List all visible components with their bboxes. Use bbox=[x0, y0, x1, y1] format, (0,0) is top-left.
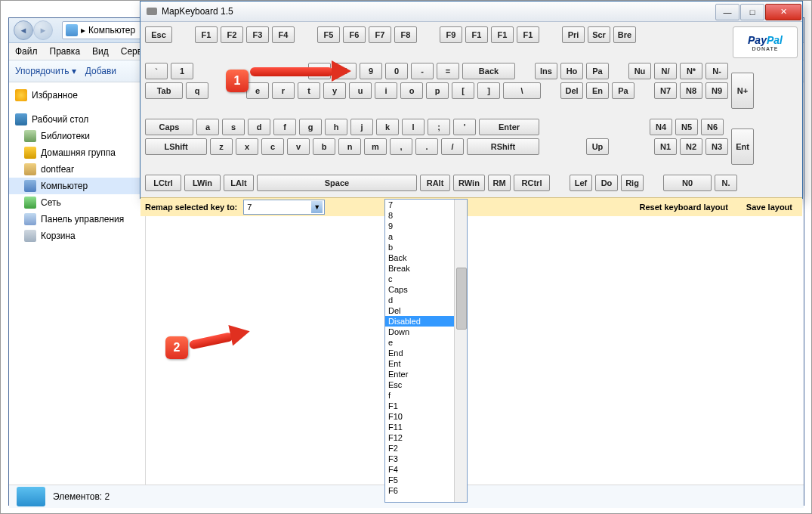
close-button[interactable]: ✕ bbox=[765, 4, 801, 20]
key-lwin[interactable]: LWin bbox=[184, 175, 221, 191]
key-period[interactable]: . bbox=[415, 138, 438, 155]
key-z[interactable]: z bbox=[210, 138, 233, 155]
key-r[interactable]: r bbox=[272, 82, 295, 99]
nav-forward-button[interactable]: ► bbox=[33, 20, 53, 40]
key-n7[interactable]: N7 bbox=[654, 82, 677, 99]
key-numsub[interactable]: N- bbox=[705, 63, 728, 79]
key-u[interactable]: u bbox=[349, 82, 372, 99]
key-n6[interactable]: N6 bbox=[701, 119, 724, 135]
key-d[interactable]: d bbox=[248, 119, 270, 135]
key-k[interactable]: k bbox=[376, 119, 399, 135]
key-scroll[interactable]: Scr bbox=[588, 26, 610, 43]
key-end[interactable]: En bbox=[586, 82, 609, 99]
key-right[interactable]: Rig bbox=[621, 175, 644, 191]
key-f11[interactable]: F1 bbox=[491, 26, 514, 43]
tree-homegroup[interactable]: Домашняя группа bbox=[9, 144, 145, 161]
key-n3[interactable]: N3 bbox=[705, 138, 728, 155]
key-n1[interactable]: N1 bbox=[654, 138, 677, 155]
maximize-button[interactable]: □ bbox=[740, 4, 764, 20]
key-ndot[interactable]: N. bbox=[715, 175, 737, 191]
nav-back-button[interactable]: ◄ bbox=[14, 20, 33, 40]
key-lalt[interactable]: LAlt bbox=[224, 175, 254, 191]
key-f10[interactable]: F1 bbox=[465, 26, 488, 43]
key-backslash[interactable]: \ bbox=[503, 82, 541, 99]
key-rshift[interactable]: RShift bbox=[467, 138, 539, 155]
key-y[interactable]: y bbox=[323, 82, 346, 99]
chevron-down-icon[interactable]: ▼ bbox=[311, 201, 323, 213]
key-rbracket[interactable]: ] bbox=[477, 82, 500, 99]
key-f2[interactable]: F2 bbox=[221, 26, 243, 43]
key-t[interactable]: t bbox=[298, 82, 320, 99]
key-lbracket[interactable]: [ bbox=[452, 82, 474, 99]
key-l[interactable]: l bbox=[402, 119, 425, 135]
key-c[interactable]: c bbox=[261, 138, 284, 155]
key-n8[interactable]: N8 bbox=[680, 82, 702, 99]
key-j[interactable]: j bbox=[350, 119, 373, 135]
organize-button[interactable]: Упорядочить ▾ bbox=[15, 66, 76, 76]
key-9[interactable]: 9 bbox=[360, 63, 382, 79]
menu-view[interactable]: Вид bbox=[92, 46, 109, 57]
key-rwin[interactable]: RWin bbox=[453, 175, 485, 191]
key-x[interactable]: x bbox=[236, 138, 258, 155]
key-left[interactable]: Lef bbox=[570, 175, 592, 191]
key-minus[interactable]: - bbox=[411, 63, 434, 79]
key-home[interactable]: Ho bbox=[560, 63, 583, 79]
key-1[interactable]: 1 bbox=[171, 63, 193, 79]
key-b[interactable]: b bbox=[313, 138, 335, 155]
key-e[interactable]: e bbox=[246, 82, 269, 99]
key-f9[interactable]: F9 bbox=[440, 26, 462, 43]
key-o[interactable]: o bbox=[400, 82, 423, 99]
key-n4[interactable]: N4 bbox=[650, 119, 672, 135]
key-v[interactable]: v bbox=[287, 138, 310, 155]
key-rctrl[interactable]: RCtrl bbox=[514, 175, 550, 191]
key-backspace[interactable]: Back bbox=[462, 63, 515, 79]
key-slash[interactable]: / bbox=[441, 138, 464, 155]
key-numplus[interactable]: N+ bbox=[731, 73, 754, 109]
key-h[interactable]: h bbox=[325, 119, 347, 135]
menu-file[interactable]: Файл bbox=[15, 46, 38, 57]
key-n0[interactable]: N0 bbox=[663, 175, 712, 191]
key-break[interactable]: Bre bbox=[613, 26, 636, 43]
key-f7[interactable]: F7 bbox=[369, 26, 391, 43]
save-layout-button[interactable]: Save layout bbox=[741, 200, 798, 214]
key-f8[interactable]: F8 bbox=[394, 26, 417, 43]
key-n9[interactable]: N9 bbox=[705, 82, 728, 99]
menu-serv[interactable]: Серв bbox=[121, 46, 142, 57]
key-q[interactable]: q bbox=[186, 82, 208, 99]
key-equals[interactable]: = bbox=[437, 63, 459, 79]
key-pageup[interactable]: Pa bbox=[586, 63, 609, 79]
key-i[interactable]: i bbox=[375, 82, 397, 99]
tree-control-panel[interactable]: Панель управления bbox=[9, 211, 145, 228]
key-rm[interactable]: RM bbox=[488, 175, 511, 191]
key-quote[interactable]: ' bbox=[453, 119, 476, 135]
key-n[interactable]: n bbox=[338, 138, 361, 155]
key-lctrl[interactable]: LCtrl bbox=[145, 175, 181, 191]
key-semicolon[interactable]: ; bbox=[428, 119, 450, 135]
key-f3[interactable]: F3 bbox=[246, 26, 269, 43]
tree-computer[interactable]: Компьютер bbox=[9, 178, 145, 194]
key-numlock[interactable]: Nu bbox=[628, 63, 651, 79]
key-print[interactable]: Pri bbox=[562, 26, 585, 43]
key-grave[interactable]: ` bbox=[145, 63, 168, 79]
reset-layout-button[interactable]: Reset keyboard layout bbox=[634, 200, 733, 214]
key-space[interactable]: Space bbox=[257, 175, 417, 191]
key-0[interactable]: 0 bbox=[385, 63, 408, 79]
key-pagedn[interactable]: Pa bbox=[612, 82, 634, 99]
key-numdiv[interactable]: N/ bbox=[654, 63, 677, 79]
tree-favorites[interactable]: Избранное bbox=[9, 87, 145, 104]
key-up[interactable]: Up bbox=[586, 138, 609, 155]
add-button[interactable]: Добави bbox=[85, 66, 116, 76]
tree-trash[interactable]: Корзина bbox=[9, 228, 145, 244]
key-n2[interactable]: N2 bbox=[680, 138, 702, 155]
key-n5[interactable]: N5 bbox=[675, 119, 698, 135]
remap-dropdown[interactable]: 7 ▼ bbox=[243, 200, 325, 215]
key-tab[interactable]: Tab bbox=[145, 82, 183, 99]
tree-desktop[interactable]: Рабочий стол bbox=[9, 111, 145, 128]
minimize-button[interactable]: — bbox=[715, 4, 739, 20]
dropdown-scrollbar[interactable] bbox=[454, 200, 467, 502]
key-f5[interactable]: F5 bbox=[317, 26, 340, 43]
tree-libraries[interactable]: Библиотеки bbox=[9, 128, 145, 144]
key-f12[interactable]: F1 bbox=[517, 26, 539, 43]
key-f4[interactable]: F4 bbox=[272, 26, 295, 43]
tree-user[interactable]: dontfear bbox=[9, 161, 145, 178]
